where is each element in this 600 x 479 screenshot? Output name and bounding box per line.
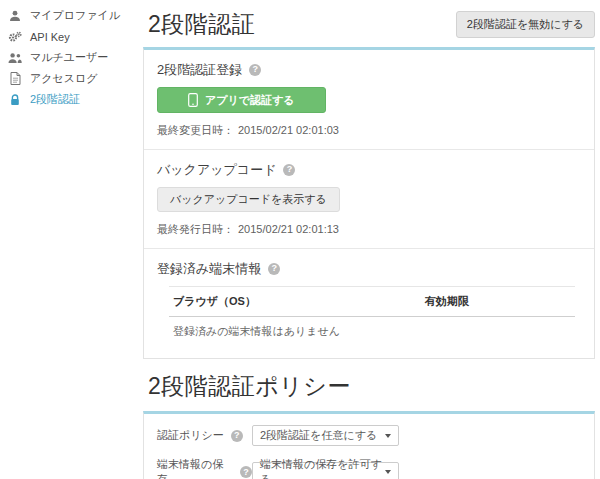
show-backup-codes-button[interactable]: バックアップコードを表示する <box>157 187 340 212</box>
page-header: 2段階認証 2段階認証を無効にする <box>143 0 595 47</box>
disable-two-factor-button[interactable]: 2段階認証を無効にする <box>456 11 595 38</box>
registered-devices-section-title-row: 登録済み端末情報 ? <box>157 261 581 276</box>
device-table-header-row: ブラウザ（OS） 有効期限 <box>169 287 575 317</box>
sidebar-item-label: マイプロファイル <box>30 8 120 23</box>
help-icon[interactable]: ? <box>268 263 280 275</box>
registration-section: 2段階認証登録 ? アプリで認証する 最終変更日時：2015/02/21 02:… <box>144 50 594 149</box>
auth-policy-select-value: 2段階認証を任意にする <box>260 428 377 443</box>
authenticate-with-app-button[interactable]: アプリで認証する <box>157 87 326 113</box>
device-info-save-label-row: 端末情報の保存 ? <box>157 457 252 479</box>
sidebar: マイプロファイル API Key マルチユーザー アクセスログ 2段階認証 <box>0 5 140 110</box>
backup-code-section-title-row: バックアップコード ? <box>157 162 581 177</box>
column-header-browser-os: ブラウザ（OS） <box>169 287 421 317</box>
users-icon <box>8 52 22 64</box>
smartphone-icon <box>188 93 198 107</box>
registered-devices-section: 登録済み端末情報 ? ブラウザ（OS） 有効期限 登録済みの端末情報はありません <box>144 248 594 358</box>
registration-section-title: 2段階認証登録 <box>157 62 242 77</box>
two-factor-panel: 2段階認証登録 ? アプリで認証する 最終変更日時：2015/02/21 02:… <box>143 47 595 359</box>
user-icon <box>8 10 22 22</box>
auth-policy-select[interactable]: 2段階認証を任意にする <box>252 425 399 446</box>
device-info-save-row: 端末情報の保存 ? 端末情報の保存を許可する <box>157 457 581 479</box>
policy-title: 2段階認証ポリシー <box>148 371 595 402</box>
sidebar-item-api-key[interactable]: API Key <box>0 26 140 47</box>
lock-icon <box>8 94 22 106</box>
authenticate-with-app-label: アプリで認証する <box>205 94 295 107</box>
backup-last-issued: 最終発行日時：2015/02/21 02:01:13 <box>157 223 581 236</box>
page-title: 2段階認証 <box>148 9 255 40</box>
auth-policy-label: 認証ポリシー <box>157 428 224 443</box>
sidebar-item-two-factor[interactable]: 2段階認証 <box>0 89 140 110</box>
backup-code-section: バックアップコード ? バックアップコードを表示する 最終発行日時：2015/0… <box>144 149 594 248</box>
device-info-save-select-value: 端末情報の保存を許可する <box>260 457 385 479</box>
help-icon[interactable]: ? <box>231 430 243 442</box>
registered-devices-section-title: 登録済み端末情報 <box>157 261 261 276</box>
help-icon[interactable]: ? <box>249 64 261 76</box>
registration-last-modified: 最終変更日時：2015/02/21 02:01:03 <box>157 124 581 137</box>
two-factor-settings-page: マイプロファイル API Key マルチユーザー アクセスログ 2段階認証 <box>0 0 600 479</box>
sidebar-item-label: アクセスログ <box>30 71 98 86</box>
registered-devices-table: ブラウザ（OS） 有効期限 登録済みの端末情報はありません <box>169 286 575 346</box>
sidebar-item-label: 2段階認証 <box>30 92 80 107</box>
device-table-empty-row: 登録済みの端末情報はありません <box>169 317 575 347</box>
chevron-down-icon <box>385 434 391 438</box>
chevron-down-icon <box>385 470 391 474</box>
backup-code-section-title: バックアップコード <box>157 162 276 177</box>
help-icon[interactable]: ? <box>283 164 295 176</box>
sidebar-item-multi-user[interactable]: マルチユーザー <box>0 47 140 68</box>
sidebar-item-my-profile[interactable]: マイプロファイル <box>0 5 140 26</box>
policy-panel: 認証ポリシー ? 2段階認証を任意にする 端末情報の保存 ? 端末情報の保存を許… <box>143 411 595 479</box>
auth-policy-row: 認証ポリシー ? 2段階認証を任意にする <box>157 425 581 446</box>
sidebar-item-label: マルチユーザー <box>30 50 108 65</box>
gears-icon <box>8 31 22 43</box>
registration-section-title-row: 2段階認証登録 ? <box>157 62 581 77</box>
device-info-save-select[interactable]: 端末情報の保存を許可する <box>252 462 399 479</box>
file-icon <box>8 72 22 85</box>
sidebar-item-access-log[interactable]: アクセスログ <box>0 68 140 89</box>
device-table-empty-message: 登録済みの端末情報はありません <box>169 317 575 347</box>
help-icon[interactable]: ? <box>240 466 252 478</box>
sidebar-item-label: API Key <box>30 31 70 43</box>
auth-policy-label-row: 認証ポリシー ? <box>157 428 252 443</box>
column-header-expiration: 有効期限 <box>421 287 575 317</box>
device-info-save-label: 端末情報の保存 <box>157 457 233 479</box>
main-content: 2段階認証 2段階認証を無効にする 2段階認証登録 ? アプリで認証する 最終変… <box>143 0 595 479</box>
